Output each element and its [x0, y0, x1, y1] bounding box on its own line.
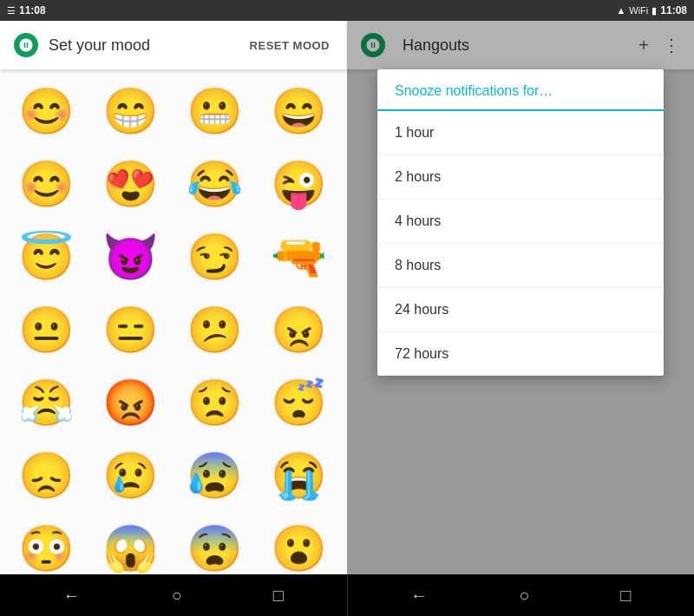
status-bar: ☰ 11:08 ▲ WiFi ▮ 11:08 [0, 0, 694, 21]
bottom-bars: ← ○ □ ← ○ □ [0, 574, 694, 616]
emoji-flushed[interactable]: 😳 [7, 514, 85, 574]
back-button-left[interactable]: ← [63, 586, 81, 606]
emoji-disappointed[interactable]: 😞 [7, 441, 85, 510]
dropdown-header: Snooze notifications for… [377, 69, 664, 111]
snooze-option-72-hours[interactable]: 72 hours [377, 332, 664, 376]
emoji-happy[interactable]: 😊 [7, 76, 85, 146]
time-left: 11:08 [19, 4, 46, 16]
nav-bar-right: ← ○ □ [348, 574, 695, 616]
signal-icon: ▲ [616, 5, 625, 16]
main-content: Set your mood RESET MOOD 😊😁😬😄😊😍😂😜😇😈😏🔫😐😑😕… [0, 21, 694, 574]
emoji-loudly-crying[interactable]: 😭 [259, 441, 337, 510]
snooze-dropdown: Snooze notifications for… 1 hour2 hours4… [377, 69, 664, 376]
hangouts-logo-left [14, 33, 38, 57]
snooze-option-4-hours[interactable]: 4 hours [377, 200, 664, 244]
emoji-worried[interactable]: 😟 [175, 368, 253, 437]
left-panel-title: Set your mood [49, 36, 246, 55]
left-panel: Set your mood RESET MOOD 😊😁😬😄😊😍😂😜😇😈😏🔫😐😑😕… [0, 21, 347, 574]
home-button-right[interactable]: ○ [519, 586, 529, 606]
emoji-confused[interactable]: 😕 [175, 295, 253, 364]
dropdown-overlay: Snooze notifications for… 1 hour2 hours4… [347, 21, 694, 574]
emoji-gun[interactable]: 🔫 [259, 222, 337, 292]
time-right: 11:08 [660, 4, 687, 16]
snooze-option-8-hours[interactable]: 8 hours [377, 244, 664, 288]
emoji-fearful[interactable]: 😨 [175, 514, 253, 574]
status-right: ▲ WiFi ▮ 11:08 [616, 4, 687, 16]
right-panel: Hangouts + ⋮ Snooze notifications for… 1… [347, 21, 694, 574]
emoji-halo[interactable]: 😇 [7, 222, 85, 292]
emoji-slightly-smiling[interactable]: 😊 [7, 149, 85, 219]
emoji-open-mouth[interactable]: 😮 [259, 514, 337, 574]
emoji-grimacing[interactable]: 😬 [175, 76, 253, 146]
wifi-icon: WiFi [629, 5, 648, 16]
snooze-option-2-hours[interactable]: 2 hours [377, 155, 664, 200]
emoji-grinning[interactable]: 😁 [91, 76, 169, 146]
back-button-right[interactable]: ← [410, 586, 428, 606]
emoji-triumph[interactable]: 😤 [7, 368, 85, 437]
snooze-option-1-hour[interactable]: 1 hour [377, 111, 664, 155]
emoji-scream[interactable]: 😱 [91, 514, 169, 574]
emoji-rage[interactable]: 😡 [91, 368, 169, 437]
emoji-heart-eyes[interactable]: 😍 [91, 149, 169, 219]
emoji-neutral[interactable]: 😐 [7, 295, 85, 364]
snooze-option-24-hours[interactable]: 24 hours [377, 288, 664, 332]
emoji-smirk[interactable]: 😏 [175, 222, 253, 292]
emoji-winking[interactable]: 😜 [259, 149, 337, 219]
emoji-big-smile[interactable]: 😄 [259, 76, 337, 146]
left-header: Set your mood RESET MOOD [0, 21, 347, 69]
emoji-angry[interactable]: 😠 [259, 295, 337, 364]
home-button-left[interactable]: ○ [172, 586, 182, 606]
emoji-devil[interactable]: 😈 [91, 222, 169, 292]
status-left: ☰ 11:08 [7, 4, 46, 16]
emoji-anxious[interactable]: 😰 [175, 441, 253, 510]
recent-button-right[interactable]: □ [620, 586, 631, 606]
recent-button-left[interactable]: □ [273, 586, 284, 606]
emoji-sleeping[interactable]: 😴 [259, 368, 337, 437]
notification-icon: ☰ [7, 5, 16, 16]
reset-mood-button[interactable]: RESET MOOD [246, 32, 333, 59]
emoji-crying[interactable]: 😢 [91, 441, 169, 510]
emoji-expressionless[interactable]: 😑 [91, 295, 169, 364]
emoji-tears-of-joy[interactable]: 😂 [175, 149, 253, 219]
battery-icon: ▮ [651, 5, 657, 16]
emoji-grid: 😊😁😬😄😊😍😂😜😇😈😏🔫😐😑😕😠😤😡😟😴😞😢😰😭😳😱😨😮😩😖😫🐥 [0, 69, 347, 574]
nav-bar-left: ← ○ □ [0, 574, 347, 616]
